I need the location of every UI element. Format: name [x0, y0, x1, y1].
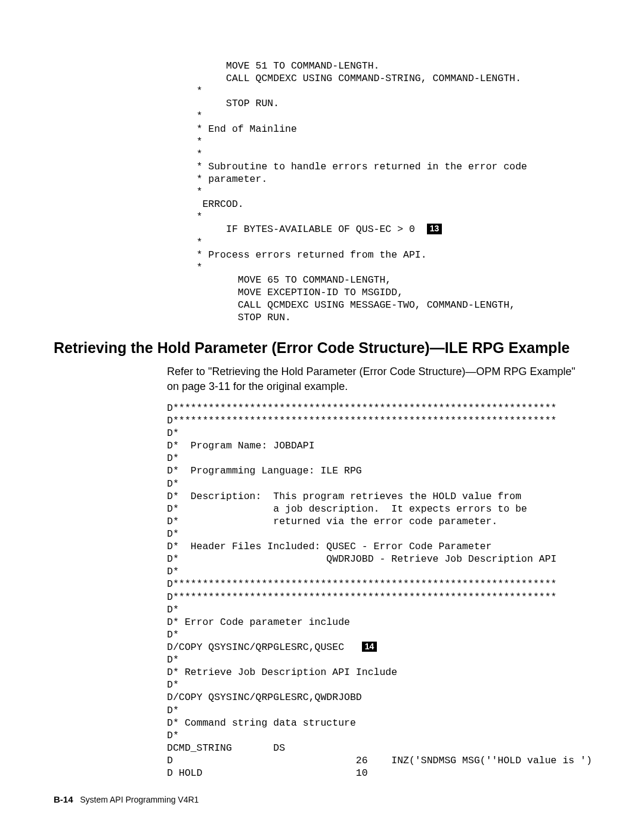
footer-text: System API Programming V4R1 [80, 795, 199, 804]
code-line: * [167, 237, 202, 248]
code-line: D***************************************… [167, 415, 557, 426]
code-line: D* [167, 705, 179, 716]
code-line: D 26 INZ('SNDMSG MSG(''HOLD value is ') [167, 755, 592, 766]
code-line: D HOLD 10 [167, 767, 368, 779]
code-line: D* [167, 604, 179, 615]
code-block-1: MOVE 51 TO COMMAND-LENGTH. CALL QCMDEXC … [167, 60, 590, 324]
code-line: D* Error Code parameter include [167, 617, 350, 628]
code-line: D* QWDRJOBD - Retrieve Job Description A… [167, 553, 557, 565]
code-line: D* [167, 566, 179, 577]
code-line: * Subroutine to handle errors returned i… [167, 161, 527, 172]
code-line: D* a job description. It expects errors … [167, 503, 527, 515]
code-line: D* returned via the error code parameter… [167, 516, 498, 527]
code-line: * [167, 262, 202, 273]
code-line: * parameter. [167, 174, 267, 185]
code-line: DCMD_STRING DS [167, 742, 285, 754]
code-line: CALL QCMDEXC USING MESSAGE-TWO, COMMAND-… [167, 299, 515, 311]
code-line: D* Command string data structure [167, 717, 356, 729]
code-line: STOP RUN. [167, 98, 279, 109]
code-line: STOP RUN. [167, 312, 291, 323]
code-line: * [167, 85, 202, 97]
body-paragraph: Refer to "Retrieving the Hold Parameter … [167, 364, 590, 394]
code-line: * End of Mainline [167, 123, 297, 135]
code-line: D* [167, 478, 179, 490]
code-line: D* [167, 453, 179, 464]
code-line: D***************************************… [167, 402, 557, 414]
code-line: * Process errors returned from the API. [167, 249, 427, 261]
code-line: D* Description: This program retrieves t… [167, 491, 521, 502]
code-line: IF BYTES-AVAILABLE OF QUS-EC > 0 [167, 224, 427, 235]
page-footer: B-14 System API Programming V4R1 [54, 794, 199, 804]
code-line: * [167, 110, 202, 122]
code-line: D* [167, 428, 179, 439]
code-block-2: D***************************************… [167, 402, 590, 779]
code-line: D/COPY QSYSINC/QRPGLESRC,QWDRJOBD [167, 692, 362, 703]
code-line: D* [167, 528, 179, 540]
code-line: D* Header Files Included: QUSEC - Error … [167, 541, 492, 552]
code-line: * [167, 211, 202, 222]
code-line: D* Programming Language: ILE RPG [167, 465, 362, 476]
callout-badge-13: 13 [427, 224, 442, 234]
section-heading: Retrieving the Hold Parameter (Error Cod… [54, 338, 590, 357]
code-line: MOVE 51 TO COMMAND-LENGTH. [167, 60, 379, 72]
code-line: ERRCOD. [167, 199, 244, 210]
code-line: D* Retrieve Job Description API Include [167, 667, 397, 678]
page-number: B-14 [54, 794, 73, 804]
code-line: D* [167, 629, 179, 640]
code-line: D***************************************… [167, 592, 557, 603]
code-line: * [167, 136, 202, 147]
callout-badge-14: 14 [362, 642, 377, 652]
code-line: D/COPY QSYSINC/QRPGLESRC,QUSEC [167, 642, 362, 653]
code-line: MOVE EXCEPTION-ID TO MSGIDD, [167, 287, 403, 298]
code-line: * [167, 186, 202, 197]
code-line: CALL QCMDEXC USING COMMAND-STRING, COMMA… [167, 73, 521, 84]
code-line: * [167, 148, 202, 160]
code-line: D***************************************… [167, 578, 557, 590]
code-line: D* [167, 654, 179, 665]
code-line: D* Program Name: JOBDAPI [167, 440, 315, 451]
code-line: MOVE 65 TO COMMAND-LENGTH, [167, 274, 391, 286]
code-line: D* [167, 679, 179, 690]
code-line: D* [167, 730, 179, 741]
